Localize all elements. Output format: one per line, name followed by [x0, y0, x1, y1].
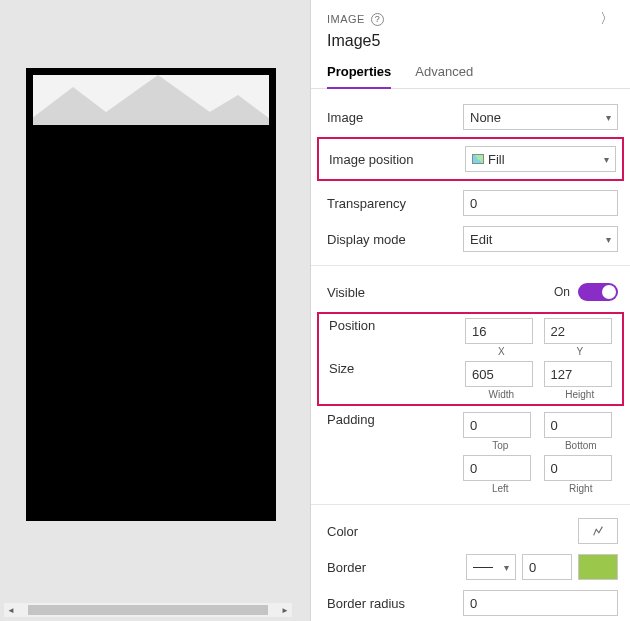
visible-state: On [554, 285, 570, 299]
display-mode-select[interactable]: Edit ▾ [463, 226, 618, 252]
padding-left-input[interactable] [463, 455, 531, 481]
height-input[interactable] [544, 361, 612, 387]
color-picker-icon [591, 524, 605, 538]
chevron-down-icon: ▾ [504, 562, 509, 573]
properties-panel: IMAGE ? 〉 Image5 Properties Advanced Ima… [310, 0, 630, 621]
display-mode-value: Edit [470, 232, 492, 247]
visible-label: Visible [323, 285, 463, 300]
visible-toggle[interactable] [578, 283, 618, 301]
width-sublabel: Width [465, 389, 538, 400]
horizontal-scrollbar[interactable]: ◄ ► [4, 603, 292, 617]
border-style-select[interactable]: ▾ [466, 554, 516, 580]
y-sublabel: Y [544, 346, 617, 357]
highlight-image-position: Image position Fill ▾ [317, 137, 624, 181]
control-type-label: IMAGE ? [327, 13, 384, 26]
panel-tabs: Properties Advanced [311, 50, 630, 89]
scroll-right-icon[interactable]: ► [278, 603, 292, 617]
image-control-preview[interactable] [33, 75, 269, 125]
border-width-input[interactable] [522, 554, 572, 580]
padding-right-input[interactable] [544, 455, 612, 481]
transparency-input[interactable] [463, 190, 618, 216]
image-label: Image [323, 110, 463, 125]
app-screen [26, 68, 276, 521]
chevron-down-icon: ▾ [606, 112, 611, 123]
width-input[interactable] [465, 361, 533, 387]
chevron-down-icon: ▾ [606, 234, 611, 245]
image-position-select[interactable]: Fill ▾ [465, 146, 616, 172]
fill-mode-icon [472, 154, 484, 164]
height-sublabel: Height [544, 389, 617, 400]
top-sublabel: Top [463, 440, 538, 451]
bottom-sublabel: Bottom [544, 440, 619, 451]
position-y-input[interactable] [544, 318, 612, 344]
border-color-swatch[interactable] [578, 554, 618, 580]
image-position-value: Fill [488, 152, 505, 167]
tab-properties[interactable]: Properties [327, 64, 391, 89]
x-sublabel: X [465, 346, 538, 357]
size-label: Size [325, 361, 465, 376]
transparency-label: Transparency [323, 196, 463, 211]
design-canvas[interactable]: ◄ ► [0, 0, 310, 621]
scroll-left-icon[interactable]: ◄ [4, 603, 18, 617]
placeholder-mountain-icon [188, 95, 269, 125]
padding-label: Padding [323, 412, 463, 427]
position-label: Position [325, 318, 465, 333]
image-value: None [470, 110, 501, 125]
display-mode-label: Display mode [323, 232, 463, 247]
highlight-position-size: Position X Y Size Width Height [317, 312, 624, 406]
color-picker[interactable] [578, 518, 618, 544]
position-x-input[interactable] [465, 318, 533, 344]
image-position-label: Image position [325, 152, 465, 167]
left-sublabel: Left [463, 483, 538, 494]
control-name: Image5 [327, 32, 614, 50]
chevron-down-icon: ▾ [604, 154, 609, 165]
image-select[interactable]: None ▾ [463, 104, 618, 130]
scroll-track[interactable] [18, 603, 278, 617]
border-label: Border [323, 560, 463, 575]
right-sublabel: Right [544, 483, 619, 494]
help-icon[interactable]: ? [371, 13, 384, 26]
padding-top-input[interactable] [463, 412, 531, 438]
color-label: Color [323, 524, 463, 539]
scroll-thumb[interactable] [28, 605, 268, 615]
expand-panel-icon[interactable]: 〉 [600, 10, 614, 28]
border-radius-label: Border radius [323, 596, 463, 611]
tab-advanced[interactable]: Advanced [415, 64, 473, 88]
padding-bottom-input[interactable] [544, 412, 612, 438]
border-radius-input[interactable] [463, 590, 618, 616]
